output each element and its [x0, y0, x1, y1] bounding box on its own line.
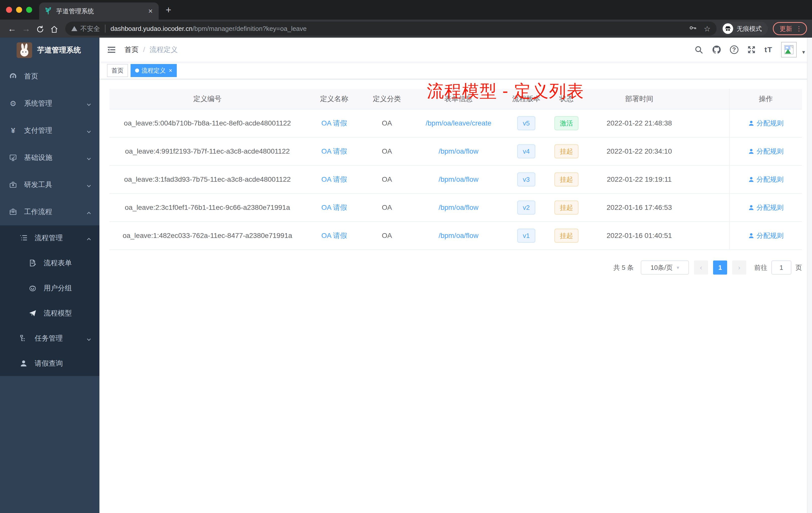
page-number-button[interactable]: 1 [713, 261, 727, 275]
new-tab-button[interactable]: + [166, 4, 171, 15]
definition-name-link[interactable]: OA 请假 [321, 175, 347, 183]
col-header-name: 定义名称 [305, 94, 363, 104]
person-icon [20, 359, 28, 367]
sidebar-item-user-group[interactable]: 用户分组 [0, 276, 99, 301]
chrome-update-button[interactable]: 更新 ⋮ [773, 22, 807, 35]
assign-rule-button[interactable]: 分配规则 [748, 175, 784, 184]
sidebar-logo[interactable]: 芋道管理系统 [0, 38, 99, 63]
sidebar-item-process-form[interactable]: 流程表单 [0, 250, 99, 276]
tag-home[interactable]: 首页 [107, 64, 128, 77]
github-icon[interactable] [712, 45, 721, 55]
pagination-total: 共 5 条 [613, 263, 634, 272]
sidebar-item-system[interactable]: ⚙ 系统管理 [0, 90, 99, 117]
password-key-icon[interactable] [689, 24, 697, 34]
goto-page-input[interactable] [771, 261, 791, 275]
col-header-action: 操作 [729, 89, 802, 109]
cell-definition-id: oa_leave:4:991f2193-7b7f-11ec-a3c8-acde4… [110, 147, 305, 155]
cell-deploy-time: 2022-01-22 19:19:11 [586, 175, 692, 183]
sidebar-item-label: 首页 [24, 71, 91, 81]
app-title: 芋道管理系统 [37, 45, 81, 55]
avatar-caret-down-icon[interactable]: ▾ [802, 49, 805, 56]
definition-name-link[interactable]: OA 请假 [321, 232, 347, 239]
maximize-window-button[interactable] [26, 7, 32, 13]
help-icon[interactable]: ? [730, 46, 738, 54]
col-header-id: 定义编号 [110, 94, 305, 104]
definition-name-link[interactable]: OA 请假 [321, 204, 347, 211]
sidebar-item-label: 基础设施 [24, 153, 86, 162]
user-avatar[interactable] [781, 42, 797, 58]
window-controls[interactable] [6, 7, 32, 13]
page-scrollbar[interactable] [807, 38, 812, 513]
home-icon[interactable] [47, 24, 61, 34]
sidebar-item-workflow[interactable]: 工作流程 [0, 198, 99, 225]
assign-rule-button[interactable]: 分配规则 [748, 119, 784, 128]
page-size-select[interactable]: 10条/页 ▾ [641, 261, 689, 275]
chevron-up-icon [86, 235, 91, 240]
version-tag: v4 [517, 144, 535, 158]
cell-deploy-time: 2022-01-22 21:48:38 [586, 119, 692, 127]
dashboard-icon [9, 72, 17, 80]
assign-rule-button[interactable]: 分配规则 [748, 147, 784, 156]
cell-category: OA [363, 175, 411, 183]
reload-icon[interactable] [33, 24, 47, 34]
forward-icon[interactable]: → [19, 24, 33, 34]
page-unit-label: 页 [795, 263, 802, 272]
chevron-down-icon [86, 101, 91, 106]
definition-name-link[interactable]: OA 请假 [321, 147, 347, 155]
cell-category: OA [363, 232, 411, 240]
close-window-button[interactable] [6, 7, 12, 13]
table-row: oa_leave:4:991f2193-7b7f-11ec-a3c8-acde4… [110, 138, 802, 165]
chevron-down-icon [86, 128, 91, 133]
cell-category: OA [363, 147, 411, 155]
cell-definition-id: oa_leave:2:3c1f0ef1-76b1-11ec-9c66-a2380… [110, 204, 305, 212]
form-link[interactable]: /bpm/oa/flow [439, 204, 478, 211]
sidebar-item-label: 研发工具 [24, 180, 86, 189]
cell-deploy-time: 2022-01-22 20:34:10 [586, 147, 692, 155]
yen-icon: ¥ [9, 126, 17, 134]
form-link[interactable]: /bpm/oa/flow [439, 232, 478, 239]
sidebar-item-task-mgmt[interactable]: 任务管理 [0, 326, 99, 351]
goto-label: 前往 [754, 263, 767, 272]
back-icon[interactable]: ← [5, 24, 19, 34]
sidebar-item-payment[interactable]: ¥ 支付管理 [0, 117, 99, 144]
page-content: 定义编号 定义名称 定义分类 表单信息 流程版本 状态 部署时间 操作 oa_l… [99, 79, 812, 513]
sidebar-item-process-mgmt[interactable]: 流程管理 [0, 225, 99, 250]
fullscreen-icon[interactable] [747, 45, 756, 54]
bookmark-star-icon[interactable]: ☆ [704, 24, 710, 33]
tab-close-icon[interactable]: × [147, 7, 154, 15]
minimize-window-button[interactable] [16, 7, 22, 13]
sidebar-item-label: 系统管理 [24, 99, 86, 108]
search-icon[interactable] [694, 45, 703, 54]
sidebar-item-process-model[interactable]: 流程模型 [0, 301, 99, 326]
font-size-icon[interactable]: tT [764, 46, 773, 54]
assign-rule-button[interactable]: 分配规则 [748, 203, 784, 212]
prev-page-button[interactable]: ‹ [694, 261, 708, 275]
url-text[interactable]: dashboard.yudao.iocoder.cn/bpm/manager/d… [111, 25, 684, 33]
assign-rule-button[interactable]: 分配规则 [748, 231, 784, 240]
cell-definition-id: oa_leave:5:004b710b-7b8a-11ec-8ef0-acde4… [110, 119, 305, 127]
form-link[interactable]: /bpm/oa/flow [439, 175, 478, 183]
tag-label: 首页 [112, 66, 123, 74]
form-link[interactable]: /bpm/oa/leave/create [426, 119, 491, 127]
next-page-button[interactable]: › [732, 261, 746, 275]
tag-process-definition[interactable]: 流程定义 × [130, 64, 177, 77]
sidebar-item-devtools[interactable]: 研发工具 [0, 171, 99, 198]
monitor-icon [9, 154, 17, 162]
hamburger-icon[interactable] [107, 45, 116, 55]
incognito-label: 无痕模式 [737, 25, 762, 33]
url-bar[interactable]: 不安全 dashboard.yudao.iocoder.cn/bpm/manag… [65, 22, 717, 36]
sidebar-item-home[interactable]: 首页 [0, 63, 99, 90]
logo-avatar [17, 42, 32, 58]
select-caret-icon: ▾ [677, 265, 679, 271]
tag-close-icon[interactable]: × [169, 67, 172, 74]
sidebar-item-leave-query[interactable]: 请假查询 [0, 351, 99, 376]
chrome-menu-dots-icon[interactable]: ⋮ [796, 25, 802, 33]
sidebar-item-infra[interactable]: 基础设施 [0, 144, 99, 171]
briefcase-icon [9, 208, 17, 216]
workflow-submenu: 流程管理 流程表单 [0, 225, 99, 376]
breadcrumb-home[interactable]: 首页 [124, 45, 139, 55]
browser-tab[interactable]: 芋道管理系统 × [39, 2, 159, 20]
definition-name-link[interactable]: OA 请假 [321, 119, 347, 127]
form-link[interactable]: /bpm/oa/flow [439, 147, 478, 155]
seedling-favicon-icon [44, 7, 52, 15]
